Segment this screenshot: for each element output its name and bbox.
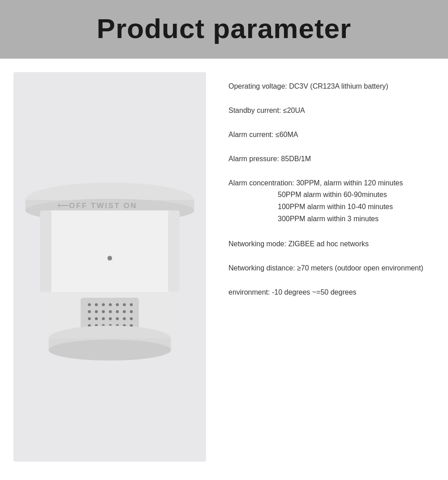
- content-area: OFF TWIST ON ⟵: [0, 59, 448, 480]
- svg-point-18: [88, 310, 91, 313]
- svg-point-29: [116, 317, 119, 320]
- product-image-container: OFF TWIST ON ⟵: [13, 72, 206, 462]
- svg-point-20: [102, 310, 105, 313]
- svg-point-26: [95, 317, 98, 320]
- svg-rect-7: [168, 210, 180, 292]
- spec-environment: environment: -10 degrees ~=50 degrees: [228, 287, 430, 298]
- spec-sub-100ppm: 100PPM alarm within 10-40 minutes: [278, 201, 430, 213]
- svg-point-31: [130, 317, 133, 320]
- svg-point-8: [108, 256, 112, 260]
- page-wrapper: Product parameter OFF TWIST ON ⟵: [0, 0, 448, 480]
- svg-point-21: [109, 310, 112, 313]
- page-title: Product parameter: [0, 13, 448, 44]
- svg-point-16: [123, 303, 126, 306]
- spec-operating-voltage-text: Operating voltage: DC3V (CR123A lithium …: [228, 82, 388, 90]
- spec-alarm-current: Alarm current: ≤60MA: [228, 129, 430, 140]
- spec-alarm-concentration: Alarm concentration: 30PPM, alarm within…: [228, 178, 430, 225]
- svg-text:OFF  TWIST  ON: OFF TWIST ON: [69, 201, 137, 210]
- spec-sub-50ppm: 50PPM alarm within 60-90minutes: [278, 189, 430, 201]
- spec-standby-current-text: Standby current: ≤20UA: [228, 107, 305, 114]
- svg-point-27: [102, 317, 105, 320]
- spec-networking-distance: Networking distance: ≥70 meters (outdoor…: [228, 263, 430, 274]
- specs-container: Operating voltage: DC3V (CR123A lithium …: [220, 72, 435, 462]
- spec-networking-mode-text: Networking mode: ZIGBEE ad hoc networks: [228, 240, 369, 248]
- spec-sub-300ppm: 300PPM alarm within 3 minutes: [278, 213, 430, 225]
- svg-point-12: [95, 303, 98, 306]
- svg-point-30: [123, 317, 126, 320]
- header: Product parameter: [0, 0, 448, 59]
- svg-point-14: [109, 303, 112, 306]
- spec-alarm-concentration-subs: 50PPM alarm within 60-90minutes 100PPM a…: [278, 189, 430, 225]
- svg-point-24: [130, 310, 133, 313]
- spec-networking-mode: Networking mode: ZIGBEE ad hoc networks: [228, 239, 430, 249]
- spec-alarm-current-text: Alarm current: ≤60MA: [228, 131, 298, 138]
- svg-point-25: [88, 317, 91, 320]
- svg-point-19: [95, 310, 98, 313]
- svg-point-11: [88, 303, 91, 306]
- product-image: OFF TWIST ON ⟵: [22, 81, 197, 453]
- svg-rect-6: [40, 210, 52, 292]
- svg-point-23: [123, 310, 126, 313]
- spec-alarm-pressure-text: Alarm pressure: 85DB/1M: [228, 155, 311, 163]
- spec-alarm-pressure: Alarm pressure: 85DB/1M: [228, 154, 430, 164]
- spec-environment-text: environment: -10 degrees ~=50 degrees: [228, 288, 357, 296]
- svg-point-17: [130, 303, 133, 306]
- spec-alarm-concentration-main: Alarm concentration: 30PPM, alarm within…: [228, 179, 403, 187]
- svg-point-22: [116, 310, 119, 313]
- spec-networking-distance-text: Networking distance: ≥70 meters (outdoor…: [228, 264, 423, 272]
- svg-rect-5: [40, 210, 180, 292]
- svg-point-13: [102, 303, 105, 306]
- svg-text:⟵: ⟵: [57, 201, 69, 210]
- spec-operating-voltage: Operating voltage: DC3V (CR123A lithium …: [228, 81, 430, 92]
- svg-point-15: [116, 303, 119, 306]
- svg-point-41: [49, 340, 171, 361]
- svg-point-28: [109, 317, 112, 320]
- spec-standby-current: Standby current: ≤20UA: [228, 105, 430, 116]
